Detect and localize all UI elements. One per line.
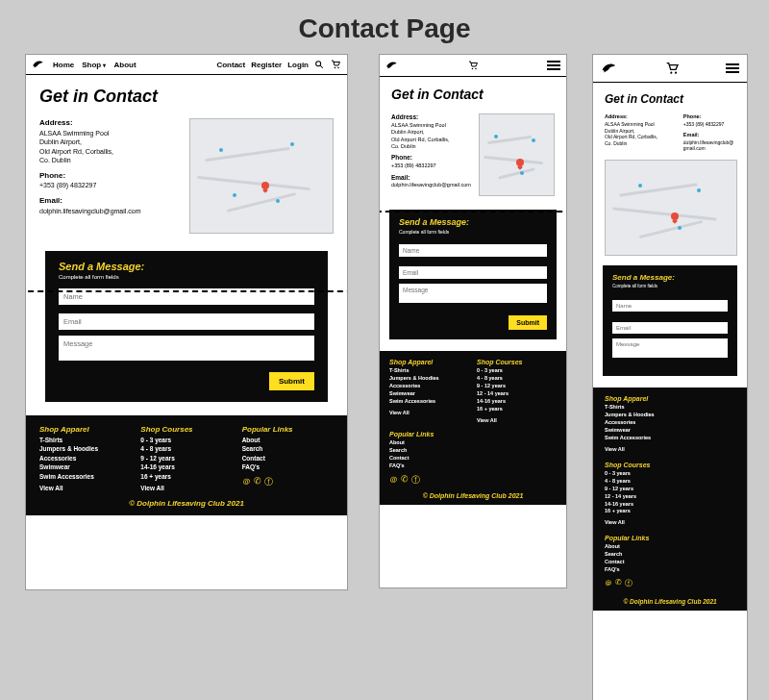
- cart-icon[interactable]: [664, 61, 680, 76]
- name-input[interactable]: [612, 300, 728, 312]
- footer-link[interactable]: 0 - 3 years: [140, 436, 232, 444]
- email-input[interactable]: [612, 322, 728, 334]
- footer-link[interactable]: 16 + years: [140, 472, 232, 481]
- footer-link[interactable]: 12 - 14 years: [477, 390, 557, 398]
- footer-link[interactable]: Contact: [389, 455, 557, 462]
- mockup-desktop: Home Shop ▾ About Contact Register Login…: [25, 54, 348, 590]
- nav-contact[interactable]: Contact: [216, 61, 245, 69]
- footer-link[interactable]: Jumpers & Hoodies: [39, 444, 131, 453]
- footer-link[interactable]: 9 - 12 years: [477, 383, 557, 390]
- footer-link[interactable]: T-Shirts: [605, 404, 735, 412]
- footer-link[interactable]: Search: [605, 551, 735, 559]
- name-input[interactable]: [399, 244, 547, 257]
- footer-link[interactable]: About: [605, 543, 735, 551]
- at-icon[interactable]: ＠: [389, 474, 398, 487]
- footer-link[interactable]: FAQ's: [242, 462, 334, 471]
- nav-shop[interactable]: Shop ▾: [82, 61, 106, 69]
- view-all-link[interactable]: View All: [389, 410, 469, 415]
- email-input[interactable]: [59, 313, 314, 330]
- email-value: dolphin.lifesavingclub@gmail.com: [683, 139, 735, 152]
- dolphin-logo-icon: [385, 59, 399, 72]
- footer-link[interactable]: Search: [389, 447, 557, 455]
- footer-link[interactable]: Swim Accessories: [605, 435, 735, 442]
- footer-link[interactable]: 14-16 years: [477, 398, 557, 406]
- view-all-link[interactable]: View All: [39, 485, 131, 491]
- view-all-link[interactable]: View All: [605, 519, 735, 525]
- whatsapp-icon[interactable]: ✆: [254, 476, 261, 488]
- footer-link[interactable]: T-Shirts: [39, 436, 131, 444]
- map-embed[interactable]: [605, 160, 737, 256]
- address-line: ALSAA Swimming Pool: [39, 129, 180, 138]
- email-value: dolphin.lifesavingclub@gmail.com: [391, 182, 471, 188]
- facebook-icon[interactable]: ⓕ: [264, 476, 273, 488]
- facebook-icon[interactable]: ⓕ: [625, 578, 633, 588]
- footer-link[interactable]: About: [242, 436, 334, 444]
- submit-button[interactable]: Submit: [269, 372, 314, 390]
- footer-link[interactable]: Accessories: [389, 383, 469, 390]
- view-all-link[interactable]: View All: [605, 446, 735, 452]
- footer-link[interactable]: 12 - 14 years: [605, 493, 735, 501]
- nav-about[interactable]: About: [113, 61, 136, 69]
- footer-link[interactable]: Search: [242, 444, 334, 453]
- footer-link[interactable]: FAQ's: [605, 566, 735, 574]
- footer-link[interactable]: Swim Accessories: [39, 472, 131, 481]
- facebook-icon[interactable]: ⓕ: [411, 474, 420, 487]
- footer-link[interactable]: 0 - 3 years: [605, 470, 735, 478]
- footer-link[interactable]: FAQ's: [389, 462, 557, 470]
- footer-link[interactable]: Swimwear: [39, 462, 131, 471]
- footer-link[interactable]: Swim Accessories: [389, 398, 469, 406]
- message-input[interactable]: [59, 336, 314, 361]
- footer-link[interactable]: Contact: [242, 454, 334, 462]
- footer-link[interactable]: Accessories: [605, 419, 735, 427]
- map-embed[interactable]: [189, 118, 334, 234]
- message-input[interactable]: [612, 338, 728, 358]
- nav-register[interactable]: Register: [251, 61, 282, 69]
- footer-link[interactable]: 14-16 years: [605, 501, 735, 509]
- footer-heading-apparel: Shop Apparel: [605, 395, 735, 402]
- hamburger-icon[interactable]: [547, 61, 560, 70]
- footer-link[interactable]: 14-16 years: [140, 462, 232, 471]
- footer-link[interactable]: About: [389, 439, 557, 447]
- svg-point-6: [670, 72, 672, 74]
- at-icon[interactable]: ＠: [242, 476, 251, 488]
- footer-link[interactable]: 9 - 12 years: [140, 454, 232, 462]
- address-line: Co. Dublin: [39, 156, 180, 164]
- email-input[interactable]: [399, 266, 547, 279]
- footer-link[interactable]: 0 - 3 years: [477, 367, 557, 375]
- footer-link[interactable]: 4 - 8 years: [477, 375, 557, 383]
- footer-link[interactable]: 4 - 8 years: [605, 478, 735, 486]
- submit-button[interactable]: Submit: [509, 315, 547, 330]
- footer-link[interactable]: 4 - 8 years: [140, 444, 232, 453]
- footer-link[interactable]: 9 - 12 years: [605, 486, 735, 493]
- cart-icon[interactable]: [467, 60, 479, 71]
- footer-link[interactable]: Accessories: [39, 454, 131, 462]
- search-icon[interactable]: [314, 60, 324, 69]
- whatsapp-icon[interactable]: ✆: [615, 578, 622, 588]
- footer-link[interactable]: Jumpers & Hoodies: [389, 375, 469, 383]
- fold-line: [25, 290, 348, 292]
- nav-home[interactable]: Home: [53, 61, 74, 69]
- view-all-link[interactable]: View All: [477, 417, 557, 423]
- whatsapp-icon[interactable]: ✆: [401, 474, 409, 487]
- footer-link[interactable]: Contact: [605, 559, 735, 566]
- nav-login[interactable]: Login: [287, 61, 309, 69]
- mockup-tablet: Get in Contact Address: ALSAA Swimming P…: [379, 54, 567, 588]
- footer-heading-apparel: Shop Apparel: [389, 359, 469, 365]
- footer-link[interactable]: 16 + years: [477, 406, 557, 413]
- footer-link[interactable]: 16 + years: [605, 508, 735, 515]
- at-icon[interactable]: ＠: [605, 578, 612, 588]
- footer-link[interactable]: Swimwear: [605, 427, 735, 435]
- footer-link[interactable]: Jumpers & Hoodies: [605, 412, 735, 419]
- footer-link[interactable]: Swimwear: [389, 390, 469, 398]
- footer-link[interactable]: T-Shirts: [389, 367, 469, 375]
- view-all-link[interactable]: View All: [140, 485, 232, 491]
- footer-tablet: Shop Apparel T-Shirts Jumpers & Hoodies …: [380, 351, 566, 505]
- message-input[interactable]: [399, 284, 547, 303]
- address-line: Dublin Airport,: [39, 138, 180, 146]
- copyright: © Dolphin Lifesaving Club 2021: [39, 499, 334, 508]
- cart-icon[interactable]: [330, 59, 341, 70]
- footer-heading-popular: Popular Links: [389, 431, 557, 438]
- map-embed[interactable]: [479, 113, 555, 196]
- header-mobile: [593, 55, 747, 83]
- hamburger-icon[interactable]: [726, 63, 739, 73]
